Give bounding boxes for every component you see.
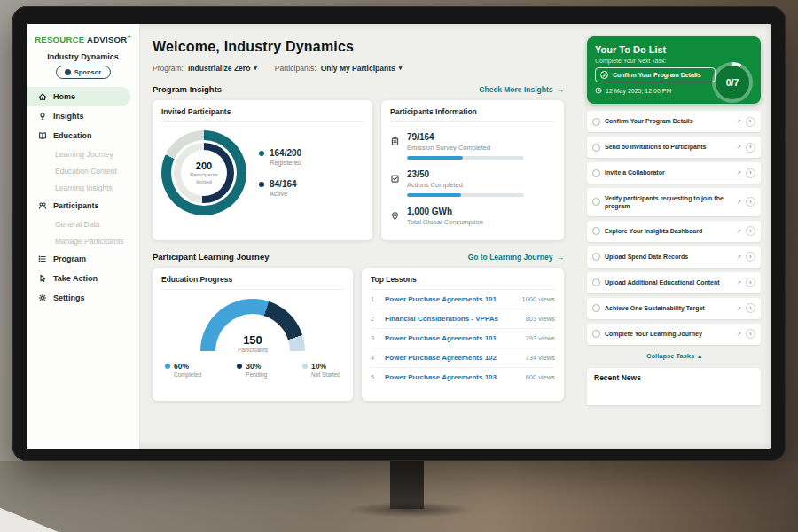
recent-news-header: Recent News [587,368,761,405]
sidebar-item-program[interactable]: Program [27,249,139,269]
sidebar-item-education[interactable]: Education [27,126,139,145]
program-select[interactable]: Industrialize Zero ▾ [188,64,257,73]
task-checkbox[interactable] [592,169,600,177]
invited-participants-card: Invited Participants 200 Participants In… [153,100,372,240]
sidebar-item-learning-journey[interactable]: Learning Journey [27,145,139,162]
stat-emission-survey: 79/164 Emission Survey Completed [390,132,555,160]
chevron-right-icon[interactable]: › [746,168,755,178]
sidebar-item-learning-insights[interactable]: Learning Insights [27,179,139,196]
emission-progress-bar [407,156,524,160]
lesson-row: 2 Financial Considerations - VPPAs 803 v… [371,309,555,329]
task-checkbox[interactable] [592,227,600,235]
sidebar-item-participants[interactable]: Participants [27,196,139,215]
legend-dot [259,182,264,187]
program-insights-header: Program Insights Check More Insights → [153,84,564,94]
chevron-right-icon[interactable]: › [746,278,755,287]
task-row[interactable]: Explore Your Insights Dashboard ↗ › [587,221,761,242]
external-link-icon: ↗ [737,228,741,235]
filter-bar: Program: Industrialize Zero ▾ Participan… [153,64,564,73]
chevron-right-icon[interactable]: › [746,143,755,153]
sponsor-icon [65,69,71,75]
todo-title: Your To Do List [595,44,753,55]
task-checkbox[interactable] [592,118,600,126]
clock-icon [595,87,602,95]
lesson-link[interactable]: Power Purchase Agreements 101 [385,334,519,342]
task-row[interactable]: Upload Spend Data Records ↗ › [587,246,761,268]
task-checkbox[interactable] [592,330,600,338]
main-content: Welcome, Industry Dynamics Program: Indu… [140,24,576,449]
invited-participants-donut-chart: 200 Participants Invited [161,130,246,215]
sidebar-item-manage-participants[interactable]: Manage Participants [27,232,139,249]
sponsor-badge[interactable]: Sponsor [56,66,111,79]
task-row[interactable]: Send 50 Invitations to Participants ↗ › [587,137,761,158]
page-title: Welcome, Industry Dynamics [153,39,564,55]
home-icon [38,92,47,101]
people-icon [38,201,47,210]
lesson-row: 1 Power Purchase Agreements 101 1000 vie… [371,290,555,309]
education-progress-title: Education Progress [161,275,344,290]
org-name: Industry Dynamics [27,52,139,61]
lightbulb-icon [38,112,47,121]
sidebar-item-settings[interactable]: Settings [27,288,139,308]
lesson-link[interactable]: Financial Considerations - VPPAs [385,315,519,323]
legend-registered: 164/200 Registered [259,148,301,167]
chevron-right-icon[interactable]: › [746,117,755,127]
task-checkbox[interactable] [592,198,600,206]
lesson-row: 5 Power Purchase Agreements 103 600 view… [371,368,555,387]
external-link-icon: ↗ [737,199,741,206]
scene-background: RESOURCE ADVISOR+ Industry Dynamics Spon… [0,0,798,532]
task-row[interactable]: Verify participants requesting to join t… [587,188,761,216]
external-link-icon: ↗ [737,254,741,261]
chevron-right-icon[interactable]: › [746,226,755,236]
list-icon [38,254,47,263]
task-checkbox[interactable] [592,278,600,286]
lesson-link[interactable]: Power Purchase Agreements 103 [385,373,519,381]
donut-center-label: Participants Invited [185,172,223,185]
monitor-stand-shadow [346,502,474,518]
pointer-icon [38,274,47,283]
education-progress-card: Education Progress 150 Participants 60% [153,268,353,401]
sidebar-item-general-data[interactable]: General Data [27,215,139,232]
task-checkbox[interactable] [592,253,600,261]
program-insights-title: Program Insights [153,84,222,94]
stat-actions-completed: 23/50 Actions Completed [390,169,555,197]
next-task-chip[interactable]: ✓ Confirm Your Program Details [595,67,716,82]
task-row[interactable]: Upload Additional Educational Content ↗ … [587,272,761,293]
top-lessons-card: Top Lessons 1 Power Purchase Agreements … [362,268,564,401]
sidebar-item-take-action[interactable]: Take Action [27,269,139,288]
chevron-right-icon[interactable]: › [746,303,755,313]
check-square-icon [390,171,400,181]
program-filter: Program: Industrialize Zero ▾ [153,64,257,73]
go-to-learning-journey-link[interactable]: Go to Learning Journey → [468,253,564,262]
gauge-center-value: 150 [200,333,305,347]
participants-select[interactable]: Only My Participants ▾ [321,64,403,73]
task-row[interactable]: Confirm Your Program Details ↗ › [587,111,761,132]
collapse-tasks-link[interactable]: Collapse Tasks ▴ [587,352,761,360]
actions-progress-bar [407,193,524,197]
task-row[interactable]: Complete Your Learning Journey ↗ › [587,324,761,345]
sidebar-item-insights[interactable]: Insights [27,106,139,126]
learning-journey-header: Participant Learning Journey Go to Learn… [153,252,564,262]
external-link-icon: ↗ [737,118,741,125]
lesson-row: 4 Power Purchase Agreements 102 734 view… [371,348,555,368]
book-icon [38,131,47,140]
external-link-icon: ↗ [737,305,741,312]
sidebar-item-home[interactable]: Home [27,87,130,106]
lesson-link[interactable]: Power Purchase Agreements 101 [385,295,514,303]
chevron-up-icon: ▴ [698,352,701,360]
logo-plus: + [127,34,130,40]
task-row[interactable]: Achieve One Sustainability Target ↗ › [587,298,761,319]
legend-dot [237,364,242,369]
sidebar-item-education-content[interactable]: Education Content [27,162,139,179]
external-link-icon: ↗ [737,331,741,338]
chevron-right-icon[interactable]: › [746,197,755,207]
task-checkbox[interactable] [592,144,600,152]
chevron-right-icon[interactable]: › [746,329,755,339]
chevron-right-icon[interactable]: › [746,252,755,262]
task-checkbox[interactable] [592,304,600,312]
gauge-center-label: Participants [200,347,305,352]
task-row[interactable]: Invite a Collaborator ↗ › [587,162,761,184]
lesson-link[interactable]: Power Purchase Agreements 102 [385,354,519,362]
arrow-right-icon: → [557,85,565,94]
check-more-insights-link[interactable]: Check More Insights → [479,85,564,94]
